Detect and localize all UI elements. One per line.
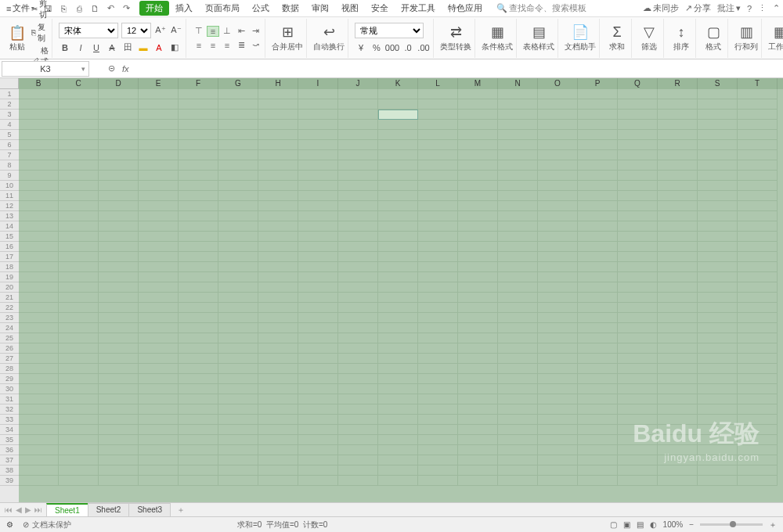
align-left-button[interactable]: ≡ <box>193 40 205 51</box>
row-header-3[interactable]: 3 <box>0 110 19 120</box>
merge-icon[interactable]: ⊞ <box>276 23 298 41</box>
row-header-17[interactable]: 17 <box>0 252 19 262</box>
row-header-10[interactable]: 10 <box>0 181 19 191</box>
row-header-16[interactable]: 16 <box>0 242 19 252</box>
name-box[interactable]: K3 <box>2 61 89 77</box>
grow-font-button[interactable]: A⁺ <box>154 24 167 37</box>
align-bottom-button[interactable]: ⊥ <box>221 26 233 37</box>
number-format-select[interactable]: 常规 <box>355 23 424 38</box>
sheet-next-icon[interactable]: ▶ <box>25 505 31 514</box>
col-header-L[interactable]: L <box>418 78 458 89</box>
active-cell[interactable] <box>378 110 418 120</box>
row-header-33[interactable]: 33 <box>0 415 19 425</box>
row-header-5[interactable]: 5 <box>0 130 19 140</box>
row-header-29[interactable]: 29 <box>0 374 19 384</box>
ribbon-tab-5[interactable]: 审阅 <box>305 1 335 16</box>
rowcol-icon[interactable]: ▥ <box>735 23 757 41</box>
row-header-15[interactable]: 15 <box>0 232 19 242</box>
ribbon-tab-3[interactable]: 公式 <box>246 1 276 16</box>
strike-button[interactable]: A <box>106 41 118 54</box>
print-icon[interactable]: ⎙ <box>74 3 85 14</box>
sync-button[interactable]: ☁ 未同步 <box>643 2 679 14</box>
col-header-G[interactable]: G <box>218 78 258 89</box>
percent-button[interactable]: % <box>370 41 383 54</box>
zoom-out-button[interactable]: − <box>689 520 694 529</box>
row-header-31[interactable]: 31 <box>0 394 19 404</box>
col-header-N[interactable]: N <box>498 78 538 89</box>
col-header-M[interactable]: M <box>458 78 498 89</box>
row-header-13[interactable]: 13 <box>0 211 19 221</box>
sheet-prev-icon[interactable]: ◀ <box>16 505 22 514</box>
cond-format-icon[interactable]: ▦ <box>486 23 508 41</box>
filter-icon[interactable]: ▽ <box>638 23 660 41</box>
sheet-tab-Sheet3[interactable]: Sheet3 <box>128 503 171 516</box>
undo-icon[interactable]: ↶ <box>105 3 116 14</box>
preview-icon[interactable]: 🗋 <box>89 3 100 14</box>
col-header-F[interactable]: F <box>179 78 218 89</box>
row-header-1[interactable]: 1 <box>0 89 19 99</box>
share-button[interactable]: ↗ 分享 <box>685 2 711 14</box>
sort-icon[interactable]: ↕ <box>670 23 692 41</box>
select-all-corner[interactable] <box>0 78 19 89</box>
ribbon-tab-1[interactable]: 插入 <box>169 1 199 16</box>
more-icon[interactable]: ⋮ <box>758 3 767 13</box>
ribbon-tab-6[interactable]: 视图 <box>335 1 365 16</box>
view-page-icon[interactable]: ▣ <box>623 520 630 529</box>
table-style-icon[interactable]: ▤ <box>528 23 550 41</box>
align-right-button[interactable]: ≡ <box>221 40 233 51</box>
annotate-button[interactable]: 批注 ▾ <box>717 2 741 14</box>
row-header-2[interactable]: 2 <box>0 99 19 110</box>
row-header-32[interactable]: 32 <box>0 404 19 415</box>
currency-button[interactable]: ¥ <box>355 41 367 54</box>
row-header-35[interactable]: 35 <box>0 435 19 445</box>
row-header-27[interactable]: 27 <box>0 354 19 364</box>
indent-dec-button[interactable]: ⇤ <box>235 26 247 37</box>
sheet-tab-Sheet2[interactable]: Sheet2 <box>88 503 130 516</box>
type-convert-icon[interactable]: ⇄ <box>445 23 467 41</box>
row-header-21[interactable]: 21 <box>0 293 19 303</box>
row-header-36[interactable]: 36 <box>0 445 19 455</box>
font-size-select[interactable]: 12 <box>121 23 151 38</box>
sheet-last-icon[interactable]: ⏭ <box>34 505 42 514</box>
zoom-slider[interactable] <box>700 523 763 526</box>
row-header-9[interactable]: 9 <box>0 171 19 181</box>
font-color-button[interactable]: A <box>153 41 165 54</box>
ribbon-tab-9[interactable]: 特色应用 <box>442 1 489 16</box>
underline-button[interactable]: U <box>90 41 103 54</box>
row-header-12[interactable]: 12 <box>0 201 19 211</box>
ribbon-tab-7[interactable]: 安全 <box>365 1 395 16</box>
col-header-C[interactable]: C <box>59 78 99 89</box>
cut-button[interactable]: ✂剪切 <box>31 0 49 20</box>
copy-button[interactable]: ⎘复制 <box>31 22 49 44</box>
row-header-23[interactable]: 23 <box>0 313 19 323</box>
row-header-14[interactable]: 14 <box>0 221 19 232</box>
col-header-T[interactable]: T <box>738 78 778 89</box>
row-header-20[interactable]: 20 <box>0 282 19 293</box>
formula-input[interactable] <box>129 61 783 77</box>
cell-area[interactable] <box>19 89 783 502</box>
fx-label[interactable]: fx <box>122 64 129 74</box>
increase-decimal-button[interactable]: .0 <box>402 41 414 54</box>
orientation-button[interactable]: ⤻ <box>249 40 262 51</box>
col-header-D[interactable]: D <box>99 78 139 89</box>
col-header-Q[interactable]: Q <box>618 78 658 89</box>
settings-icon[interactable]: ⚙ <box>6 520 13 529</box>
ribbon-tab-4[interactable]: 数据 <box>276 1 305 16</box>
bold-button[interactable]: B <box>59 41 71 54</box>
view-night-icon[interactable]: ◐ <box>650 520 657 529</box>
ribbon-tab-0[interactable]: 开始 <box>139 1 169 16</box>
ribbon-tab-2[interactable]: 页面布局 <box>199 1 246 16</box>
col-header-J[interactable]: J <box>338 78 378 89</box>
decrease-decimal-button[interactable]: .00 <box>417 41 430 54</box>
cell-style-button[interactable]: ◧ <box>168 41 181 54</box>
row-header-28[interactable]: 28 <box>0 364 19 374</box>
view-reading-icon[interactable]: ▤ <box>637 520 644 529</box>
sheet-tab-Sheet1[interactable]: Sheet1 <box>46 503 88 516</box>
row-header-7[interactable]: 7 <box>0 150 19 160</box>
ribbon-tab-8[interactable]: 开发工具 <box>395 1 442 16</box>
border-button[interactable]: 田 <box>121 41 134 54</box>
col-header-R[interactable]: R <box>658 78 698 89</box>
row-header-37[interactable]: 37 <box>0 455 19 466</box>
col-header-P[interactable]: P <box>578 78 618 89</box>
view-normal-icon[interactable]: ▢ <box>610 520 617 529</box>
